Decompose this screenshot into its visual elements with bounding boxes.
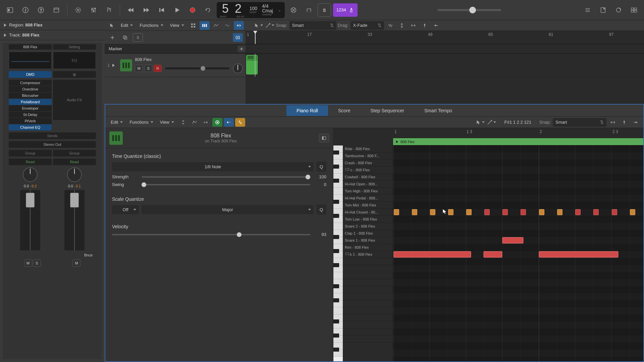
functions-menu[interactable]: Functions [137,21,166,30]
cmd-click-tool[interactable] [265,21,275,30]
track-solo-button[interactable]: S [144,65,152,72]
eq-slot-empty[interactable]: EQ [53,52,96,69]
midi-out-button[interactable] [201,118,211,127]
midi-note[interactable] [593,209,599,215]
duplicate-track-button[interactable] [120,33,130,42]
notes-button[interactable] [596,3,610,17]
edit-menu[interactable]: Edit [118,21,136,30]
drum-name-row[interactable]: Tom Mid - 808 Flex [343,202,393,209]
region-clip[interactable]: 808 [246,55,258,74]
track-header[interactable]: 1 808 Flex M S R [105,54,246,77]
drum-name-row[interactable]: Kick 1 - 808 Flex [343,251,393,258]
plugin-slot[interactable]: Compressor [9,80,52,86]
quantize-apply-button[interactable]: Q [316,162,326,172]
collapse-button[interactable] [178,118,188,127]
lcd-dropdown-icon[interactable]: ⌄ [278,7,281,12]
editor-tab-score[interactable]: Score [328,105,361,116]
catch-button[interactable] [233,33,243,42]
drum-name-row[interactable]: Tom High - 808 Flex [343,188,393,195]
drum-name-row[interactable]: Crash - 808 Flex [343,160,393,167]
catch-playhead-button[interactable] [234,21,244,30]
smart-controls-button[interactable] [71,3,85,17]
horizontal-zoom-slider[interactable] [431,21,441,30]
arrange-empty-area[interactable] [246,77,644,104]
link-button[interactable] [235,118,245,127]
stereo-icon[interactable]: ◎ [53,71,96,78]
piano-roll-ruler[interactable]: 11 322 33 [393,128,643,138]
loops-button[interactable] [612,3,625,17]
global-solo-button[interactable]: S [133,33,143,42]
drum-name-row[interactable]: Hi-Hat Pedal - 808... [343,195,393,202]
horizontal-auto-zoom-button[interactable] [408,21,418,30]
stop-goto-start-button[interactable] [155,3,168,17]
plugin-slot[interactable]: Overdrive [9,86,52,92]
drum-name-row[interactable]: Hi-Hat Open - 808... [343,181,393,188]
left-click-tool[interactable] [253,21,263,30]
audio-fx-slot-empty[interactable]: Audio FX [53,80,96,120]
help-button[interactable]: ? [34,3,48,17]
swing-slider[interactable] [142,184,310,185]
group-slot[interactable]: Group [9,150,52,157]
midi-note[interactable] [430,209,435,215]
drum-name-row[interactable]: Cowbell - 808 Flex [343,174,393,181]
drum-name-row[interactable]: Rim - 808 Flex [343,244,393,251]
editor-functions-menu[interactable]: Functions [127,118,156,127]
plugin-slot[interactable]: Channel EQ [9,124,52,130]
group-slot-2[interactable]: Group [53,150,96,157]
drum-name-row[interactable]: Clap 1 - 808 Flex [343,230,393,237]
velocity-value[interactable]: 93 [313,232,326,237]
note-color-button[interactable] [212,118,222,127]
bounce-button[interactable]: Bnce [83,252,94,258]
piano-roll-region-lane[interactable]: 808 Flex [393,138,643,145]
midi-note[interactable] [484,209,490,215]
forward-button[interactable] [140,3,153,17]
editor-tab-piano-roll[interactable]: Piano Roll [286,105,328,116]
editor-left-tool[interactable] [475,118,485,127]
lcd-display[interactable]: 5 2 BARBEAT 100 KEEP 4/4 Cmaj CHORD ⌄ [217,2,285,18]
midi-note[interactable] [575,209,581,215]
inspector-button[interactable]: i [19,3,32,17]
track-record-button[interactable]: R [154,65,162,72]
midi-note[interactable] [466,209,472,215]
midi-note[interactable] [612,209,617,215]
list-editors-button[interactable] [581,3,594,17]
replace-button[interactable] [287,3,300,17]
toolbar-button[interactable] [50,3,63,17]
grid-view-button[interactable] [188,21,198,30]
key-signature[interactable]: Cmaj [262,8,273,13]
sends-slot[interactable]: Sends [9,132,96,139]
eq-thumbnail[interactable] [9,52,52,69]
automation-toggle[interactable] [190,118,200,127]
drum-name-row[interactable]: Ride - 808 Flex [343,145,393,153]
marker-lane[interactable] [246,44,644,54]
track-name[interactable]: 808 Flex [135,57,243,62]
mixer-button[interactable] [87,3,100,17]
plugin-slot[interactable]: PtVerb [9,118,52,124]
piano-roll-region-clip[interactable]: 808 Flex [393,138,643,145]
count-in-chip[interactable]: 1234 [333,3,358,17]
track-volume-slider[interactable] [165,67,229,69]
editor-inspector-toggle[interactable] [319,134,329,142]
editor-snap-select[interactable]: Smart⇅ [553,118,606,127]
editor-tab-smart-tempo[interactable]: Smart Tempo [414,105,462,116]
midi-note[interactable] [630,209,635,215]
midi-note[interactable] [412,209,417,215]
track-disclosure[interactable]: Track: 808 Flex [0,30,105,40]
mute-button-2[interactable]: M [72,259,80,267]
plugin-slot[interactable]: St-Delay [9,112,52,118]
scale-enable-select[interactable]: Off [112,205,139,214]
drum-name-row[interactable]: Snare 2 - 808 Flex [343,223,393,230]
snap-select[interactable]: Smart⇅ [289,21,336,30]
add-track-button[interactable] [107,33,117,42]
plugin-slot[interactable]: Enveloper [9,105,52,111]
waveform-zoom-button[interactable] [385,21,395,30]
play-button[interactable] [170,3,184,17]
midi-note[interactable] [557,209,562,215]
editor-vertical-zoom-slider[interactable] [619,118,629,127]
region-disclosure[interactable]: Region: 808 Flex [0,20,105,30]
swing-value[interactable]: 0 [313,182,326,187]
vertical-zoom-slider[interactable] [420,21,430,30]
track-pan-knob[interactable] [233,63,243,73]
drum-name-row[interactable]: Tom Low - 808 Flex [343,216,393,223]
setting-button[interactable]: Setting [53,44,96,50]
